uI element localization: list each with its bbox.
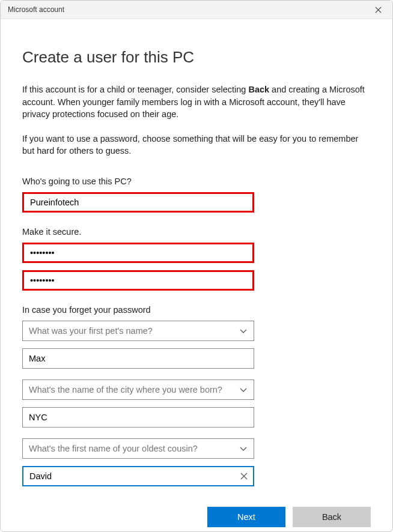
security-question-3-text: What's the first name of your oldest cou…	[29, 444, 198, 453]
next-button[interactable]: Next	[207, 507, 285, 527]
username-label: Who's going to use this PC?	[22, 177, 371, 186]
intro-1-pre: If this account is for a child or teenag…	[22, 85, 248, 94]
security-question-1-select[interactable]: What was your first pet's name?	[22, 321, 254, 341]
footer-buttons: Next Back	[22, 497, 371, 527]
dialog-window: Microsoft account Create a user for this…	[0, 0, 393, 532]
security-question-2-select[interactable]: What's the name of the city where you we…	[22, 379, 254, 400]
close-icon	[375, 7, 382, 13]
clear-button[interactable]	[237, 470, 251, 483]
page-title: Create a user for this PC	[22, 48, 371, 67]
titlebar: Microsoft account	[1, 1, 392, 19]
password-field-wrap	[22, 243, 254, 263]
close-icon	[240, 473, 248, 480]
confirm-password-field-wrap	[22, 270, 254, 291]
confirm-password-input[interactable]	[22, 270, 254, 291]
security-answer-3-input[interactable]	[22, 466, 254, 486]
security-question-3-select[interactable]: What's the first name of your oldest cou…	[22, 438, 254, 459]
username-input[interactable]	[22, 192, 254, 213]
security-answer-1-input[interactable]	[22, 348, 254, 369]
chevron-down-icon	[239, 385, 248, 394]
intro-paragraph-2: If you want to use a password, choose so…	[22, 133, 371, 157]
chevron-down-icon	[239, 327, 248, 335]
username-field-wrap	[22, 192, 254, 213]
intro-1-bold: Back	[248, 85, 269, 94]
close-button[interactable]	[365, 1, 391, 19]
security-questions-label: In case you forget your password	[22, 305, 371, 315]
password-label: Make it secure.	[22, 227, 371, 237]
content-area: Create a user for this PC If this accoun…	[1, 19, 392, 532]
password-input[interactable]	[22, 243, 254, 263]
security-answer-3-wrap	[22, 466, 254, 486]
back-button[interactable]: Back	[293, 507, 371, 527]
chevron-down-icon	[239, 444, 248, 453]
security-answer-2-input[interactable]	[22, 407, 254, 428]
intro-paragraph-1: If this account is for a child or teenag…	[22, 83, 371, 121]
security-question-2-text: What's the name of the city where you we…	[29, 385, 222, 394]
security-question-1-text: What was your first pet's name?	[29, 326, 153, 336]
window-title: Microsoft account	[8, 5, 64, 14]
